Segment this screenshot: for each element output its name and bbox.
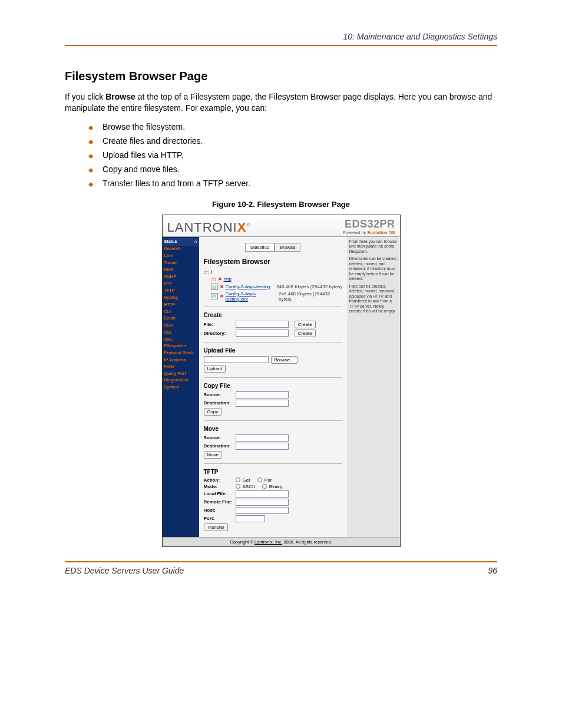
browse-button[interactable]: Browse... (271, 356, 297, 364)
nav-item-diagnostics[interactable]: Diagnostics (163, 377, 199, 384)
fs-root: / (211, 269, 212, 275)
bullet-text: Transfer files to and from a TFTP server… (103, 179, 250, 188)
lantronix-link[interactable]: Lantronix, Inc. (254, 539, 282, 545)
nav-item-filesystem[interactable]: Filesystem (163, 343, 199, 350)
move-button[interactable]: Move (204, 451, 223, 459)
nav-item-ftp[interactable]: FTP (163, 281, 199, 288)
radio-put[interactable] (257, 477, 262, 482)
tftp-remote-input[interactable] (236, 499, 289, 506)
nav-item-network[interactable]: Network (163, 246, 199, 253)
intro-pre: If you click (65, 92, 105, 101)
tabs-row: StatisticsBrowse (199, 237, 347, 254)
nav-item-ip-filter[interactable]: IP Address Filter (163, 357, 199, 371)
bullet-item: ◆Upload files via HTTP. (88, 150, 497, 160)
screenshot-footer: Copyright © Lantronix, Inc. 2006. All ri… (163, 537, 400, 546)
nav-item-email[interactable]: Email (163, 315, 199, 322)
binary-label: Binary (269, 484, 283, 489)
nav-item-dns[interactable]: DNS (163, 266, 199, 274)
diamond-icon: ◆ (88, 180, 94, 188)
nav-item-status[interactable]: Status⌂ (163, 238, 199, 246)
copy-heading: Copy File (204, 383, 342, 389)
create-dir-button[interactable]: Create (295, 330, 316, 337)
directory-label: Directory: (204, 331, 233, 336)
move-dest-label: Destination: (204, 443, 233, 449)
fs-dir-row: 🗀 ✕ http (204, 276, 342, 282)
folder-icon: 🗀 (211, 276, 216, 282)
bullet-item: ◆Browse the filesystem. (88, 122, 497, 131)
create-heading: Create (204, 312, 342, 318)
dir-link[interactable]: http (224, 276, 232, 282)
delete-icon[interactable]: ✕ (220, 284, 224, 289)
bullet-text: Upload files via HTTP. (103, 150, 183, 160)
folder-icon: 🗀 (204, 269, 209, 275)
powered-pre: Powered by (343, 230, 368, 235)
tab-statistics[interactable]: Statistics (245, 243, 275, 252)
separator (204, 377, 342, 378)
file-link[interactable]: Config-2-days-testing.xml (226, 291, 277, 302)
footer-guide: EDS Device Servers User Guide (65, 566, 184, 575)
copy-dest-label: Destination: (204, 400, 233, 406)
nav-item-tftp[interactable]: TFTP (163, 288, 199, 295)
nav-item-ssl[interactable]: SSL (163, 329, 199, 336)
nav-item-ssh[interactable]: SSH (163, 322, 199, 330)
tftp-port-label: Port: (204, 516, 233, 521)
delete-icon[interactable]: ✕ (220, 294, 224, 299)
nav-item-cli[interactable]: CLI (163, 308, 199, 315)
bullet-text: Create files and directories. (103, 136, 203, 146)
nav-item-syslog[interactable]: Syslog (163, 294, 199, 301)
bullet-item: ◆Transfer files to and from a TFTP serve… (88, 179, 497, 188)
tftp-port-input[interactable] (236, 515, 265, 522)
copy-source-label: Source: (204, 392, 233, 397)
page-footer: EDS Device Servers User Guide 96 (65, 561, 497, 575)
tftp-host-label: Host: (204, 508, 233, 513)
upload-file-input[interactable] (204, 356, 269, 363)
file-link[interactable]: Config-2-days-testing (226, 284, 270, 289)
nav-item-snmp[interactable]: SNMP (163, 274, 199, 281)
nav-item-tunnel[interactable]: Tunnel (163, 259, 199, 266)
delete-icon[interactable]: ✕ (218, 276, 222, 282)
nav-item-query-port[interactable]: Query Port (163, 370, 199, 377)
help-text: From here you can browse and manipulate … (349, 239, 398, 254)
diamond-icon: ◆ (88, 124, 94, 131)
nav-item-protocol-stack[interactable]: Protocol Stack (163, 350, 199, 357)
separator (204, 463, 342, 464)
embedded-screenshot: LANTRONIX® EDS32PR Powered by Evolution … (162, 215, 401, 547)
nav-item-line[interactable]: Line (163, 253, 199, 260)
model-block: EDS32PR Powered by Evolution OS (343, 219, 395, 235)
move-dest-input[interactable] (236, 443, 289, 450)
radio-get[interactable] (236, 477, 240, 482)
separator (204, 420, 342, 421)
help-sidebar: From here you can browse and manipulate … (347, 237, 400, 537)
nav-label: Status (164, 239, 177, 245)
help-text: Directories can be created, deleted, mov… (349, 256, 398, 281)
tftp-local-input[interactable] (236, 490, 289, 498)
bullet-item: ◆Copy and move files. (88, 164, 497, 174)
separator (204, 342, 342, 342)
create-dir-input[interactable] (236, 330, 289, 337)
move-source-input[interactable] (236, 434, 289, 442)
intro-bold: Browse (105, 92, 135, 101)
header-rule (65, 45, 497, 46)
copy-dest-input[interactable] (236, 400, 289, 407)
upload-button[interactable]: Upload (204, 365, 226, 373)
evolution-os: Evolution OS (367, 230, 395, 235)
radio-binary[interactable] (262, 484, 267, 489)
tab-browse[interactable]: Browse (275, 243, 301, 252)
put-label: Put (265, 477, 272, 483)
fs-file-row: ▤ ✕ Config-2-days-testing 248.468 Kbytes… (204, 284, 342, 290)
tftp-host-input[interactable] (236, 507, 289, 514)
create-file-button[interactable]: Create (295, 321, 316, 328)
diamond-icon: ◆ (88, 138, 94, 146)
nav-item-system[interactable]: System (163, 384, 199, 391)
transfer-button[interactable]: Transfer (204, 523, 229, 531)
radio-ascii[interactable] (236, 484, 240, 489)
copy-button[interactable]: Copy (204, 408, 222, 416)
nav-item-xml[interactable]: XML (163, 336, 199, 343)
copyright-post: 2006. All rights reserved. (282, 539, 332, 545)
nav-item-http[interactable]: HTTP (163, 301, 199, 308)
create-file-input[interactable] (236, 321, 289, 328)
file-icon: ▤ (211, 284, 218, 290)
filesystem-heading: Filesystem Browser (204, 258, 342, 266)
copy-source-input[interactable] (236, 391, 289, 398)
model-name: EDS32PR (343, 219, 395, 230)
